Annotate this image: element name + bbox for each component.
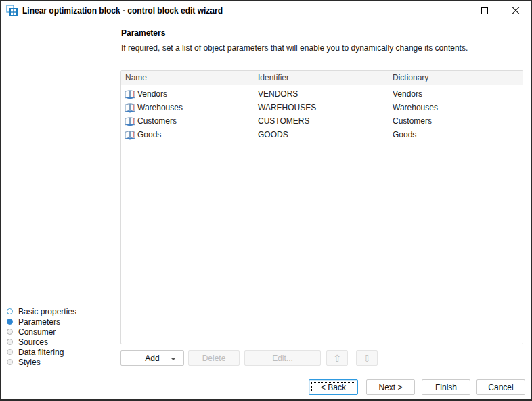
step-bullet-icon: [7, 329, 13, 335]
step-bullet-icon: [7, 349, 13, 355]
dictionary-book-icon: [125, 130, 135, 140]
app-icon: [6, 5, 18, 17]
table-row[interactable]: Warehouses WAREHOUSES Warehouses: [121, 101, 523, 114]
page-title: Parameters: [121, 28, 165, 38]
parameters-table: Name Identifier Dictionary Vendors VENDO…: [120, 70, 523, 344]
table-row[interactable]: Vendors VENDORS Vendors: [121, 87, 523, 101]
delete-button[interactable]: Delete: [188, 350, 240, 366]
step-bullet-icon: [7, 339, 13, 345]
dictionary-book-icon: [125, 116, 135, 126]
step-bullet-current-icon: [7, 319, 13, 325]
arrow-down-icon: ⇩: [363, 353, 371, 364]
sidebar-separator: [112, 21, 112, 373]
arrow-up-icon: ⇧: [333, 353, 341, 364]
maximize-icon: [481, 7, 488, 14]
next-button[interactable]: Next >: [366, 379, 415, 395]
param-name: Customers: [137, 116, 177, 126]
window-title: Linear optimization block - control bloc…: [22, 6, 223, 16]
step-styles[interactable]: Styles: [7, 357, 41, 367]
dictionary-book-icon: [125, 103, 135, 113]
param-dictionary: Goods: [389, 130, 523, 139]
table-row[interactable]: Customers CUSTOMERS Customers: [121, 114, 523, 128]
param-identifier: CUSTOMERS: [254, 116, 389, 126]
param-dictionary: Vendors: [389, 89, 523, 99]
close-button[interactable]: [500, 1, 531, 21]
table-body: Vendors VENDORS Vendors Warehouses WAREH…: [121, 85, 523, 141]
param-name: Warehouses: [137, 103, 183, 112]
dictionary-book-icon: [125, 89, 135, 99]
param-identifier: GOODS: [254, 130, 389, 139]
finish-button[interactable]: Finish: [422, 379, 470, 395]
window-controls: [438, 1, 531, 21]
param-dictionary: Customers: [389, 116, 523, 126]
step-consumer[interactable]: Consumer: [7, 327, 56, 337]
close-icon: [512, 7, 520, 15]
step-data-filtering[interactable]: Data filtering: [7, 347, 64, 357]
move-down-button[interactable]: ⇩: [356, 350, 378, 366]
table-header: Name Identifier Dictionary: [121, 71, 523, 85]
step-bullet-icon: [7, 359, 13, 365]
minimize-icon: [450, 11, 458, 11]
column-header-identifier[interactable]: Identifier: [254, 73, 389, 82]
step-bullet-visited-icon: [7, 308, 13, 314]
title-bar: Linear optimization block - control bloc…: [1, 1, 531, 21]
column-header-name[interactable]: Name: [121, 73, 254, 82]
step-parameters[interactable]: Parameters: [7, 316, 60, 327]
maximize-button[interactable]: [469, 1, 500, 21]
table-row[interactable]: Goods GOODS Goods: [121, 128, 523, 141]
add-dropdown-caret-icon: [171, 358, 176, 360]
column-header-dictionary[interactable]: Dictionary: [389, 73, 523, 82]
move-up-button[interactable]: ⇧: [326, 350, 348, 366]
page-description: If required, set a list of object parame…: [121, 43, 468, 53]
add-button[interactable]: Add: [120, 350, 184, 366]
cancel-button[interactable]: Cancel: [476, 379, 525, 395]
param-dictionary: Warehouses: [389, 103, 523, 112]
edit-button[interactable]: Edit...: [244, 350, 321, 366]
minimize-button[interactable]: [438, 1, 469, 21]
param-name: Vendors: [137, 89, 167, 99]
step-sources[interactable]: Sources: [7, 337, 48, 347]
step-basic-properties[interactable]: Basic properties: [7, 306, 76, 316]
back-button[interactable]: < Back: [309, 379, 358, 395]
param-identifier: WAREHOUSES: [254, 103, 389, 112]
param-name: Goods: [137, 130, 161, 139]
param-identifier: VENDORS: [254, 89, 389, 99]
wizard-dialog: Linear optimization block - control bloc…: [0, 0, 532, 401]
